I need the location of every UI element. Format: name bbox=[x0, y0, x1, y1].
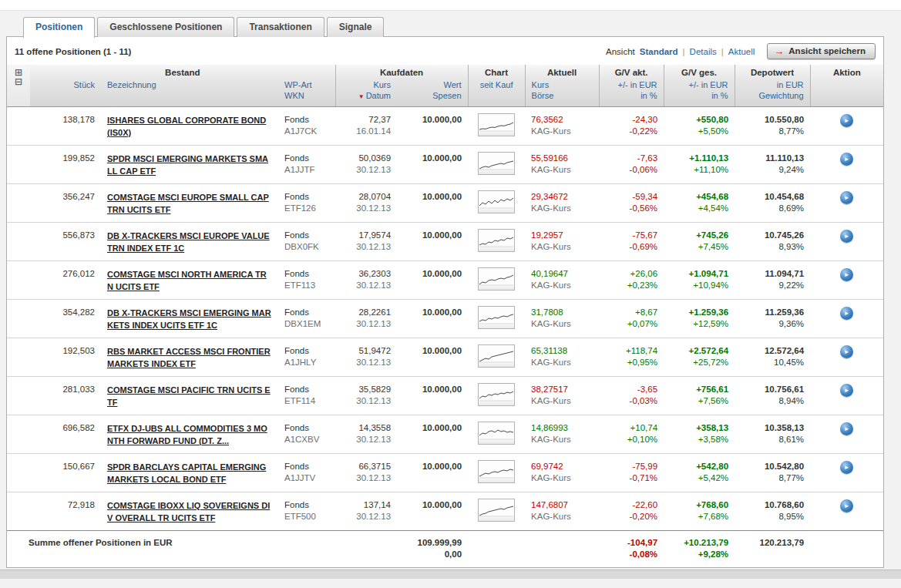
sparkline-thumbnail[interactable] bbox=[478, 460, 515, 483]
column-header-stueck[interactable]: Stück bbox=[30, 79, 101, 107]
position-name-link[interactable]: COMSTAGE MSCI PACIFIC TRN UCITS ETF bbox=[107, 384, 272, 408]
gv-ges-cell: +1.110,13+11,10% bbox=[664, 146, 735, 184]
sparkline-thumbnail[interactable] bbox=[478, 190, 515, 213]
aktuell-kurs-value: 69,9742 bbox=[531, 461, 593, 472]
aktion-cell: ▸ bbox=[810, 261, 883, 300]
sparkline-thumbnail[interactable] bbox=[478, 383, 515, 406]
sparkline-thumbnail[interactable] bbox=[478, 499, 515, 522]
kurs-datum-cell: 50,036930.12.13 bbox=[335, 146, 397, 184]
aktuell-kurs-value: 14,86993 bbox=[531, 422, 593, 434]
position-action-icon[interactable]: ▸ bbox=[840, 422, 853, 435]
position-name-link[interactable]: DB X-TRACKERS MSCI EUROPE VALUE TRN INDE… bbox=[107, 230, 272, 254]
position-action-icon[interactable]: ▸ bbox=[840, 461, 853, 474]
gv-akt-cell: +10,74+0,10% bbox=[599, 415, 664, 454]
gv-akt-eur-value: -59,34 bbox=[605, 191, 657, 203]
action-glyph: ▸ bbox=[845, 348, 849, 355]
position-action-icon[interactable]: ▸ bbox=[840, 499, 853, 512]
kurs-datum-cell: 28,070430.12.13 bbox=[335, 184, 397, 223]
tab-geschlossene-positionen[interactable]: Geschlossene Positionen bbox=[97, 17, 234, 37]
gv-akt-eur-value: +26,06 bbox=[605, 268, 657, 280]
position-action-icon[interactable]: ▸ bbox=[840, 153, 853, 166]
kauf-datum-value: 30.12.13 bbox=[341, 357, 391, 368]
sparkline-thumbnail[interactable] bbox=[478, 344, 515, 368]
column-header-seit-kauf: seit Kauf bbox=[468, 79, 525, 107]
gv-akt-pct-value: -0,20% bbox=[605, 511, 657, 522]
stueck-value: 281,033 bbox=[30, 377, 101, 415]
gv-ges-eur-value: +1.094,71 bbox=[670, 268, 728, 280]
tab-transaktionen[interactable]: Transaktionen bbox=[237, 17, 324, 37]
sparkline-chart bbox=[479, 191, 514, 213]
position-action-icon[interactable]: ▸ bbox=[840, 114, 853, 127]
position-action-icon[interactable]: ▸ bbox=[840, 384, 853, 397]
kurs-datum-cell: 137,1430.12.13 bbox=[335, 492, 397, 531]
view-option-aktuell[interactable]: Aktuell bbox=[728, 47, 755, 56]
position-action-icon[interactable]: ▸ bbox=[840, 345, 853, 358]
sparkline-thumbnail[interactable] bbox=[478, 113, 515, 136]
position-name-link[interactable]: RBS MARKET ACCESS MSCI FRONTIER MARKETS … bbox=[107, 345, 272, 370]
row-expand-cell bbox=[7, 454, 30, 492]
positions-panel: 11 offene Positionen (1 - 11) Ansicht St… bbox=[6, 36, 884, 568]
wp-art-value: Fonds bbox=[284, 422, 329, 434]
boerse-value: KAG-Kurs bbox=[531, 511, 593, 522]
column-header-kurs-datum[interactable]: Kurs ▼Datum bbox=[335, 79, 397, 107]
column-header-wert-spesen[interactable]: Wert Spesen bbox=[397, 79, 468, 107]
view-option-details[interactable]: Details bbox=[690, 47, 717, 56]
position-name-link[interactable]: DB X-TRACKERS MSCI EMERGING MARKETS INDE… bbox=[107, 307, 272, 331]
column-header-gvges-eur-pct[interactable]: +/- in EUR in % bbox=[664, 79, 735, 107]
tab-signale[interactable]: Signale bbox=[327, 17, 385, 37]
action-glyph: ▸ bbox=[845, 270, 849, 278]
position-action-icon[interactable]: ▸ bbox=[840, 268, 853, 281]
stueck-value: 354,282 bbox=[30, 300, 101, 338]
position-name-link[interactable]: SPDR MSCI EMERGING MARKETS SMALL CAP ETF bbox=[107, 153, 272, 177]
tab-positionen[interactable]: Positionen bbox=[23, 17, 95, 38]
depotwert-cell: 11.094,719,22% bbox=[735, 261, 810, 300]
stueck-value: 72,918 bbox=[30, 492, 101, 531]
view-option-standard[interactable]: Standard bbox=[640, 47, 678, 56]
position-name-link[interactable]: SPDR BARCLAYS CAPITAL EMERGING MARKETS L… bbox=[107, 461, 272, 486]
action-glyph: ▸ bbox=[845, 193, 849, 201]
sparkline-chart bbox=[479, 307, 514, 328]
expand-controls: ⊞ ⊟ bbox=[7, 65, 30, 107]
column-header-depot-eur-gewichtung[interactable]: in EUR Gewichtung bbox=[735, 79, 810, 107]
chart-cell bbox=[468, 492, 525, 531]
sparkline-thumbnail[interactable] bbox=[478, 306, 515, 329]
position-name-link[interactable]: ISHARES GLOBAL CORPORATE BOND (IS0X) bbox=[107, 114, 272, 139]
depot-eur-value: 11.259,36 bbox=[741, 307, 804, 318]
collapse-all-icon[interactable]: ⊟ bbox=[12, 77, 25, 86]
action-glyph: ▸ bbox=[845, 309, 849, 317]
gv-ges-eur-value: +756,61 bbox=[670, 384, 728, 395]
position-name-link[interactable]: COMSTAGE IBOXX LIQ SOVEREIGNS DIV OVERAL… bbox=[107, 499, 272, 524]
column-header-gvakt-eur-pct[interactable]: +/- in EUR in % bbox=[599, 79, 664, 107]
gv-ges-cell: +1.094,71+10,94% bbox=[664, 261, 735, 300]
aktuell-cell: 38,27517KAG-Kurs bbox=[525, 377, 599, 415]
sparkline-thumbnail[interactable] bbox=[478, 267, 515, 291]
sparkline-thumbnail[interactable] bbox=[478, 422, 515, 445]
position-action-icon[interactable]: ▸ bbox=[840, 307, 853, 320]
column-header-bezeichnung[interactable]: Bezeichnung bbox=[101, 79, 278, 107]
position-action-icon[interactable]: ▸ bbox=[840, 191, 853, 204]
gv-akt-pct-value: -0,71% bbox=[605, 472, 657, 484]
separator: | bbox=[683, 47, 685, 56]
gv-akt-cell: -75,99-0,71% bbox=[599, 454, 664, 492]
sparkline-thumbnail[interactable] bbox=[478, 152, 515, 175]
position-name-link[interactable]: COMSTAGE MSCI EUROPE SMALL CAP TRN UCITS… bbox=[107, 191, 272, 216]
position-name-link[interactable]: ETFX DJ-UBS ALL COMMODITIES 3 MONTH FORW… bbox=[107, 422, 272, 447]
depot-pct-value: 8,95% bbox=[741, 511, 804, 522]
summary-gv-akt: -104,97 -0,08% bbox=[599, 531, 664, 568]
sparkline-thumbnail[interactable] bbox=[478, 229, 515, 252]
gv-ges-cell: +358,13+3,58% bbox=[664, 415, 735, 454]
save-view-button[interactable]: → Ansicht speichern bbox=[767, 43, 876, 59]
column-header-kurs-boerse[interactable]: Kurs Börse bbox=[525, 79, 599, 107]
position-name-link[interactable]: COMSTAGE MSCI NORTH AMERICA TRN UCITS ET… bbox=[107, 268, 272, 293]
depotwert-cell: 10.768,608,95% bbox=[735, 492, 810, 531]
kurs-datum-cell: 66,371530.12.13 bbox=[335, 454, 397, 492]
summary-gv-ges: +10.213,79 +9,28% bbox=[664, 531, 735, 568]
gv-ges-cell: +745,26+7,45% bbox=[664, 223, 735, 261]
column-header-wpart-wkn[interactable]: WP-Art WKN bbox=[278, 79, 335, 107]
chart-cell bbox=[468, 223, 525, 261]
wp-art-value: Fonds bbox=[284, 268, 329, 280]
position-action-icon[interactable]: ▸ bbox=[840, 230, 853, 243]
position-row: 276,012COMSTAGE MSCI NORTH AMERICA TRN U… bbox=[7, 261, 883, 300]
tab-bar: Positionen Geschlossene Positionen Trans… bbox=[23, 12, 901, 37]
aktuell-kurs-value: 29,34672 bbox=[531, 191, 593, 203]
